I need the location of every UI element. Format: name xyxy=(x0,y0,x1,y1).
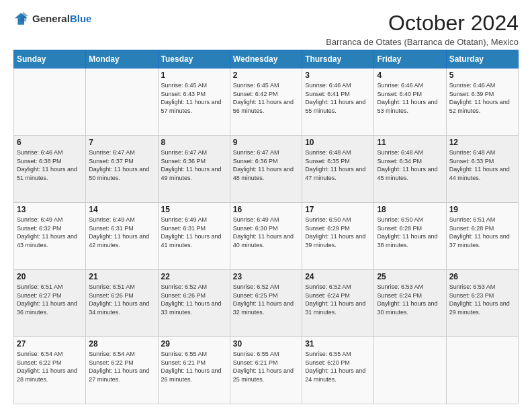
header: General Blue October 2024 Barranca de Ot… xyxy=(13,11,519,47)
calendar-week-row: 1Sunrise: 6:45 AM Sunset: 6:43 PM Daylig… xyxy=(14,68,519,136)
cell-info: Sunrise: 6:55 AM Sunset: 6:20 PM Dayligh… xyxy=(305,350,371,383)
day-number: 8 xyxy=(161,138,227,147)
day-header-wednesday: Wednesday xyxy=(230,50,302,68)
day-number: 9 xyxy=(233,138,299,147)
day-number: 13 xyxy=(17,205,83,214)
day-number: 29 xyxy=(161,339,227,349)
calendar-cell: 2Sunrise: 6:45 AM Sunset: 6:42 PM Daylig… xyxy=(230,68,302,136)
subtitle: Barranca de Otates (Barranca de Otatan),… xyxy=(326,37,519,47)
calendar-cell xyxy=(14,68,86,136)
cell-info: Sunrise: 6:46 AM Sunset: 6:41 PM Dayligh… xyxy=(305,81,371,115)
day-number: 14 xyxy=(89,205,154,214)
calendar-cell: 8Sunrise: 6:47 AM Sunset: 6:36 PM Daylig… xyxy=(158,136,230,203)
calendar-cell: 23Sunrise: 6:52 AM Sunset: 6:25 PM Dayli… xyxy=(230,270,302,337)
calendar-cell xyxy=(374,337,446,404)
cell-info: Sunrise: 6:53 AM Sunset: 6:23 PM Dayligh… xyxy=(449,283,515,316)
day-number: 25 xyxy=(377,272,443,281)
calendar-cell: 12Sunrise: 6:48 AM Sunset: 6:33 PM Dayli… xyxy=(446,136,518,203)
cell-info: Sunrise: 6:51 AM Sunset: 6:28 PM Dayligh… xyxy=(449,216,515,249)
title-section: October 2024 Barranca de Otates (Barranc… xyxy=(326,11,519,47)
cell-info: Sunrise: 6:49 AM Sunset: 6:32 PM Dayligh… xyxy=(17,216,83,249)
calendar-cell: 14Sunrise: 6:49 AM Sunset: 6:31 PM Dayli… xyxy=(86,203,158,270)
cell-info: Sunrise: 6:55 AM Sunset: 6:21 PM Dayligh… xyxy=(233,350,299,383)
calendar-cell: 16Sunrise: 6:49 AM Sunset: 6:30 PM Dayli… xyxy=(230,203,302,270)
cell-info: Sunrise: 6:45 AM Sunset: 6:43 PM Dayligh… xyxy=(161,81,227,115)
day-number: 20 xyxy=(17,272,83,281)
day-number: 1 xyxy=(161,71,227,80)
cell-info: Sunrise: 6:45 AM Sunset: 6:42 PM Dayligh… xyxy=(233,81,299,115)
calendar-week-row: 13Sunrise: 6:49 AM Sunset: 6:32 PM Dayli… xyxy=(14,203,519,270)
cell-info: Sunrise: 6:46 AM Sunset: 6:38 PM Dayligh… xyxy=(17,148,83,182)
calendar-cell xyxy=(86,68,158,136)
day-number: 3 xyxy=(305,71,371,80)
day-number: 30 xyxy=(233,339,299,349)
calendar-cell: 9Sunrise: 6:47 AM Sunset: 6:36 PM Daylig… xyxy=(230,136,302,203)
day-number: 23 xyxy=(233,272,299,281)
calendar-cell: 21Sunrise: 6:51 AM Sunset: 6:26 PM Dayli… xyxy=(86,270,158,337)
calendar-cell: 6Sunrise: 6:46 AM Sunset: 6:38 PM Daylig… xyxy=(14,136,86,203)
calendar-week-row: 6Sunrise: 6:46 AM Sunset: 6:38 PM Daylig… xyxy=(14,136,519,203)
calendar-cell: 10Sunrise: 6:48 AM Sunset: 6:35 PM Dayli… xyxy=(302,136,374,203)
calendar-week-row: 27Sunrise: 6:54 AM Sunset: 6:22 PM Dayli… xyxy=(14,337,519,404)
day-number: 27 xyxy=(17,339,83,349)
day-number: 7 xyxy=(89,138,154,147)
cell-info: Sunrise: 6:49 AM Sunset: 6:31 PM Dayligh… xyxy=(89,216,154,249)
cell-info: Sunrise: 6:46 AM Sunset: 6:40 PM Dayligh… xyxy=(377,81,443,115)
calendar-cell: 3Sunrise: 6:46 AM Sunset: 6:41 PM Daylig… xyxy=(302,68,374,136)
calendar-cell: 22Sunrise: 6:52 AM Sunset: 6:26 PM Dayli… xyxy=(158,270,230,337)
day-number: 15 xyxy=(161,205,227,214)
cell-info: Sunrise: 6:52 AM Sunset: 6:26 PM Dayligh… xyxy=(161,283,227,316)
calendar-cell: 24Sunrise: 6:52 AM Sunset: 6:24 PM Dayli… xyxy=(302,270,374,337)
calendar-cell: 31Sunrise: 6:55 AM Sunset: 6:20 PM Dayli… xyxy=(302,337,374,404)
calendar-table: SundayMondayTuesdayWednesdayThursdayFrid… xyxy=(13,50,519,404)
cell-info: Sunrise: 6:54 AM Sunset: 6:22 PM Dayligh… xyxy=(17,350,83,383)
cell-info: Sunrise: 6:50 AM Sunset: 6:28 PM Dayligh… xyxy=(377,216,443,249)
day-number: 6 xyxy=(17,138,83,147)
day-number: 21 xyxy=(89,272,154,281)
day-number: 19 xyxy=(449,205,515,214)
day-number: 2 xyxy=(233,71,299,80)
day-number: 4 xyxy=(377,71,443,80)
calendar-cell: 27Sunrise: 6:54 AM Sunset: 6:22 PM Dayli… xyxy=(14,337,86,404)
day-header-thursday: Thursday xyxy=(302,50,374,68)
calendar-cell: 15Sunrise: 6:49 AM Sunset: 6:31 PM Dayli… xyxy=(158,203,230,270)
cell-info: Sunrise: 6:50 AM Sunset: 6:29 PM Dayligh… xyxy=(305,216,371,249)
calendar-header-row: SundayMondayTuesdayWednesdayThursdayFrid… xyxy=(14,50,519,68)
calendar-cell: 20Sunrise: 6:51 AM Sunset: 6:27 PM Dayli… xyxy=(14,270,86,337)
cell-info: Sunrise: 6:49 AM Sunset: 6:30 PM Dayligh… xyxy=(233,216,299,249)
logo-icon xyxy=(13,11,30,27)
calendar-cell: 28Sunrise: 6:54 AM Sunset: 6:22 PM Dayli… xyxy=(86,337,158,404)
day-header-friday: Friday xyxy=(374,50,446,68)
calendar-cell: 1Sunrise: 6:45 AM Sunset: 6:43 PM Daylig… xyxy=(158,68,230,136)
day-number: 22 xyxy=(161,272,227,281)
cell-info: Sunrise: 6:55 AM Sunset: 6:21 PM Dayligh… xyxy=(161,350,227,383)
day-number: 31 xyxy=(305,339,371,349)
day-number: 26 xyxy=(449,272,515,281)
calendar-week-row: 20Sunrise: 6:51 AM Sunset: 6:27 PM Dayli… xyxy=(14,270,519,337)
month-title: October 2024 xyxy=(326,11,519,36)
day-header-tuesday: Tuesday xyxy=(158,50,230,68)
cell-info: Sunrise: 6:49 AM Sunset: 6:31 PM Dayligh… xyxy=(161,216,227,249)
cell-info: Sunrise: 6:47 AM Sunset: 6:37 PM Dayligh… xyxy=(89,148,154,182)
day-number: 12 xyxy=(449,138,515,147)
cell-info: Sunrise: 6:47 AM Sunset: 6:36 PM Dayligh… xyxy=(233,148,299,182)
calendar-cell: 4Sunrise: 6:46 AM Sunset: 6:40 PM Daylig… xyxy=(374,68,446,136)
logo-text: General Blue xyxy=(32,13,91,25)
cell-info: Sunrise: 6:51 AM Sunset: 6:26 PM Dayligh… xyxy=(89,283,154,316)
cell-info: Sunrise: 6:52 AM Sunset: 6:25 PM Dayligh… xyxy=(233,283,299,316)
calendar-cell: 13Sunrise: 6:49 AM Sunset: 6:32 PM Dayli… xyxy=(14,203,86,270)
page: General Blue October 2024 Barranca de Ot… xyxy=(0,0,532,411)
cell-info: Sunrise: 6:53 AM Sunset: 6:24 PM Dayligh… xyxy=(377,283,443,316)
calendar-cell: 25Sunrise: 6:53 AM Sunset: 6:24 PM Dayli… xyxy=(374,270,446,337)
logo: General Blue xyxy=(13,11,91,27)
calendar-cell: 29Sunrise: 6:55 AM Sunset: 6:21 PM Dayli… xyxy=(158,337,230,404)
calendar-cell: 26Sunrise: 6:53 AM Sunset: 6:23 PM Dayli… xyxy=(446,270,518,337)
calendar-cell: 11Sunrise: 6:48 AM Sunset: 6:34 PM Dayli… xyxy=(374,136,446,203)
day-number: 28 xyxy=(89,339,154,349)
calendar-cell: 5Sunrise: 6:46 AM Sunset: 6:39 PM Daylig… xyxy=(446,68,518,136)
cell-info: Sunrise: 6:48 AM Sunset: 6:33 PM Dayligh… xyxy=(449,148,515,182)
day-header-saturday: Saturday xyxy=(446,50,518,68)
logo-general: General Blue xyxy=(32,13,91,25)
day-header-monday: Monday xyxy=(86,50,158,68)
cell-info: Sunrise: 6:48 AM Sunset: 6:34 PM Dayligh… xyxy=(377,148,443,182)
